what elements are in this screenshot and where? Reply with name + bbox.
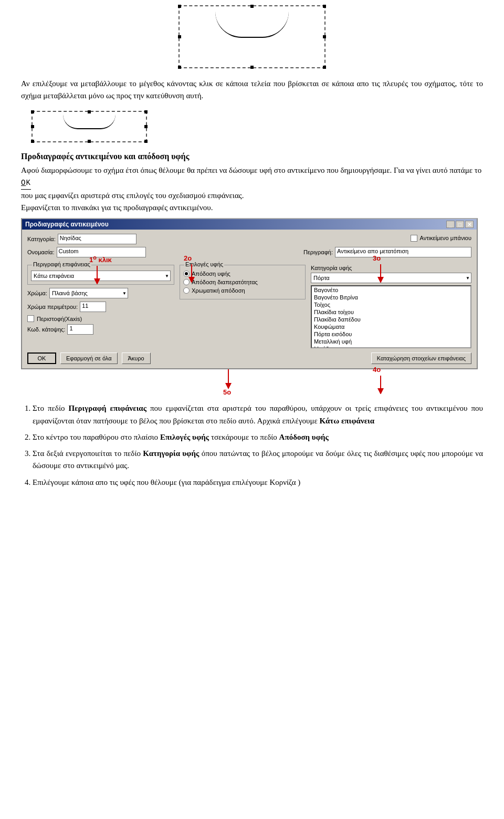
numbered-list: Στο πεδίο Περιγραφή επιφάνειας που εμφαν…	[21, 402, 483, 489]
dialog-col-left: Περιγραφή επιφάνειας Κάτω επιφάνεια ▼ Χρ…	[27, 261, 174, 348]
listbox-item[interactable]: Πόρτα εισόδου	[312, 330, 470, 338]
radio1-row: Απόδοση υφής	[183, 271, 302, 277]
ok-button[interactable]: OK	[27, 353, 56, 364]
arc-shape	[215, 12, 289, 38]
radio3-btn[interactable]	[183, 287, 190, 294]
listbox-item[interactable]: Τοίχος	[312, 301, 470, 308]
handle-tr	[323, 5, 326, 8]
radio1-btn[interactable]	[183, 271, 190, 277]
handle-s-mr	[144, 125, 148, 128]
texture-listbox[interactable]: ΒαγονέτοΒαγονέτο ΒιτρίναΤοίχοςΠλακίδια τ…	[311, 285, 471, 348]
dialog-col-right: Κατηγορία υφής Πόρτα ▼ ΒαγονέτοΒαγονέτο …	[311, 261, 471, 348]
list-item-4: Επιλέγουμε κάποια απο τις υφές που θέλου…	[33, 476, 483, 489]
perimeter-color-input[interactable]: 11	[80, 302, 106, 312]
maximize-button[interactable]: □	[456, 221, 464, 228]
name-label: Ονομασία:	[27, 249, 55, 255]
radio3-label: Χρωματική απόδοση	[192, 287, 245, 294]
checkbox-xaxis[interactable]	[27, 315, 34, 322]
listbox-item[interactable]: Βαγονέτο Βιτρίνα	[312, 294, 470, 301]
handle-s-br	[144, 140, 148, 143]
checkbox-bath-label: Αντικείμενο μπάνιου	[420, 235, 471, 241]
second-shape-area	[32, 111, 483, 142]
dialog-col-mid: Επιλογές υφής Απόδοση υφής Απόδοση διαπε…	[180, 261, 306, 348]
color-dropdown[interactable]: Πλαινά βάσης ▼	[49, 288, 128, 298]
ok-label: OK	[21, 178, 31, 190]
handle-s-tm	[88, 110, 91, 113]
dialog-body: Κατηγορία: Νησίδας Αντικείμενο μπάνιου Ο…	[22, 230, 477, 368]
texture-category-arrow: ▼	[466, 276, 470, 281]
list-item-2: Στο κέντρο του παραθύρου στο πλαίσιο Επι…	[33, 431, 483, 443]
radio2-btn[interactable]	[183, 279, 190, 285]
dialog-titlebar: Προδιαγραφές αντικειμένου _ □ ✕	[22, 219, 477, 230]
handle-s-ml	[31, 125, 34, 128]
handle-s-bm	[88, 140, 91, 143]
handle-br	[323, 66, 326, 69]
texture-category-label: Κατηγορία υφής	[311, 265, 471, 271]
listbox-item[interactable]: Πλακίδια δαπέδου	[312, 316, 470, 323]
checkbox2-row: Περιστοφή(Xaxis)	[27, 315, 174, 322]
description-input[interactable]: Αντικείμενο απο μετατόπιση	[335, 247, 471, 257]
description-label: Περιγραφή:	[303, 249, 333, 255]
color-value: Πλαινά βάσης	[52, 290, 88, 296]
perimeter-color-row: Χρώμα περιμέτρου: 11	[27, 302, 174, 312]
annotation-5: 5ο	[220, 369, 504, 396]
top-shape-area	[21, 5, 483, 68]
listbox-item[interactable]: Μπάζο	[312, 345, 470, 348]
section-title: Προδιαγραφές αντικειμένου και απόδοση υφ…	[21, 152, 483, 161]
checkbox-bath-row: Αντικείμενο μπάνιου	[411, 235, 471, 242]
texture-group-title: Επιλογές υφής	[184, 261, 224, 267]
apply-all-button[interactable]: Εφαρμογή σε όλα	[60, 353, 118, 364]
listbox-item[interactable]: Κουφώματα	[312, 323, 470, 330]
radio3-row: Χρωματική απόδοση	[183, 287, 302, 294]
texture-category-value: Πόρτα	[313, 275, 330, 281]
handle-tm	[250, 5, 254, 8]
cancel-button[interactable]: Άκυρο	[122, 353, 151, 364]
intro-paragraph: Αν επιλέξουμε να μεταβάλλουμε το μέγεθος…	[21, 78, 483, 101]
surface-dropdown-arrow: ▼	[165, 274, 169, 278]
radio2-label: Απόδοση διαπερατότητας	[192, 279, 258, 285]
close-button[interactable]: ✕	[465, 221, 474, 228]
category-input[interactable]: Νησίδας	[58, 234, 136, 244]
save-button[interactable]: Καταχώρηση στοιχείων επιφάνειας	[371, 353, 471, 364]
handle-tl	[178, 5, 181, 8]
description-row: Περιγραφή: Αντικείμενο απο μετατόπιση	[303, 247, 471, 257]
handle-bm	[250, 66, 254, 69]
checkbox-bath[interactable]	[411, 235, 417, 242]
surface-dropdown-value: Κάτω επιφάνεια	[34, 273, 74, 279]
handle-mr	[323, 35, 326, 38]
section-body-1: Αφού διαμορφώσουμε το σχήμα έτσι όπως θέ…	[21, 164, 483, 214]
list-item-3: Στα δεξιά ενεργοποιείται το πεδίο Κατηγο…	[33, 448, 483, 472]
listbox-item[interactable]: Βαγονέτο	[312, 286, 470, 294]
surface-group-title: Περιγραφή επιφάνειας	[32, 261, 91, 267]
category-row: Κατηγορία: Νησίδας	[27, 234, 136, 244]
texture-category-dropdown[interactable]: Πόρτα ▼	[311, 273, 471, 283]
dialog-box: Προδιαγραφές αντικειμένου _ □ ✕ Κατηγορί…	[21, 218, 478, 369]
name-input[interactable]: Custom	[57, 247, 146, 257]
code-input[interactable]: 1	[67, 324, 93, 335]
dialog-outer: 1ο κλικ 2ο 3ο 4ο Προδιαγραφές αντικε	[21, 218, 483, 396]
code-row: Κωδ. κάτοψης: 1	[27, 324, 174, 335]
checkbox2-label: Περιστοφή(Xaxis)	[37, 316, 82, 322]
listbox-item[interactable]: Πλακίδια τοίχου	[312, 308, 470, 316]
list-item-1: Στο πεδίο Περιγραφή επιφάνειας που εμφαν…	[33, 402, 483, 427]
minimize-button[interactable]: _	[446, 221, 455, 228]
titlebar-buttons: _ □ ✕	[446, 221, 474, 228]
dialog-columns: Περιγραφή επιφάνειας Κάτω επιφάνεια ▼ Χρ…	[27, 261, 471, 348]
perimeter-color-label: Χρώμα περιμέτρου:	[27, 304, 78, 310]
arc-shape-small	[63, 115, 116, 129]
handle-s-bl	[31, 140, 34, 143]
color-label: Χρώμα:	[27, 290, 47, 296]
handle-s-tr	[144, 110, 148, 113]
code-label: Κωδ. κάτοψης:	[27, 326, 65, 333]
name-row: Ονομασία: Custom	[27, 247, 146, 257]
dialog-title: Προδιαγραφές αντικειμένου	[25, 221, 109, 228]
listbox-item[interactable]: Μεταλλική υφή	[312, 338, 470, 345]
handle-s-tl	[31, 110, 34, 113]
surface-dropdown[interactable]: Κάτω επιφάνεια ▼	[31, 271, 171, 281]
annotation-4: 4ο	[373, 365, 399, 394]
radio1-label: Απόδοση υφής	[192, 271, 230, 277]
category-label: Κατηγορία:	[27, 236, 56, 242]
radio2-row: Απόδοση διαπερατότητας	[183, 279, 302, 285]
handle-bl	[178, 66, 181, 69]
texture-group: Επιλογές υφής Απόδοση υφής Απόδοση διαπε…	[180, 265, 306, 299]
